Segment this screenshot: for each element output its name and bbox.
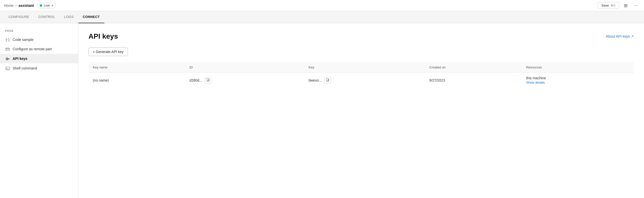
sidebar-item-label-code-sample: Code sample [13,38,34,42]
about-api-keys-label: About API keys [606,34,630,38]
tab-connect[interactable]: CONNECT [78,11,104,23]
home-link[interactable]: Home [4,4,13,8]
tab-configure[interactable]: CONFIGURE [4,11,34,23]
table-row: (no name) d280d... [89,72,634,88]
external-link-icon: ↗ [631,34,634,38]
cell-id: d280d... [185,72,305,88]
page-title: API keys [88,32,118,40]
cell-created-on: 9/27/2023 [425,72,522,88]
save-label: Save [601,4,609,7]
live-chevron-icon: ▾ [52,4,53,7]
col-key: Key [305,62,425,72]
svg-rect-0 [6,48,9,51]
breadcrumb: Home > assistant [4,4,34,8]
about-api-keys-link[interactable]: About API keys ↗ [606,34,634,38]
svg-point-5 [7,58,8,59]
id-value: d280d... [189,78,202,82]
svg-rect-12 [207,79,209,81]
sidebar-item-api-keys[interactable]: API keys [0,54,78,63]
col-key-name: Key name [89,62,186,72]
sidebar-item-code-sample[interactable]: {-} Code sample [0,35,78,44]
sidebar: PAGE {-} Code sample Configure as remote… [0,23,78,198]
show-details-link[interactable]: Show details [526,81,630,84]
current-page: assistant [19,4,34,8]
col-created-on: Created on [425,62,522,72]
shell-command-icon [5,66,10,70]
svg-rect-9 [6,67,9,70]
cell-resources: this machine Show details [522,72,634,88]
copy-key-button[interactable] [324,77,331,84]
content-header: API keys About API keys ↗ [88,32,634,40]
configure-remote-icon [5,47,10,51]
content-area: API keys About API keys ↗ + Generate API… [78,23,644,198]
svg-rect-14 [326,79,328,81]
sidebar-item-label-configure-remote: Configure as remote part [13,47,52,51]
live-dot [40,4,42,7]
svg-point-4 [6,58,8,60]
code-sample-icon: {-} [5,37,10,42]
col-id: ID [185,62,305,72]
generate-btn-label: + Generate API key [93,50,124,54]
chart-icon-button[interactable]: ⊞ [622,2,630,9]
sidebar-item-label-api-keys: API keys [13,57,27,61]
col-resources: Resources [522,62,634,72]
sidebar-item-shell-command[interactable]: Shell command [0,63,78,73]
top-bar: Home > assistant Live ▾ Save ⌘S ⊞ ··· [0,0,644,11]
top-bar-actions: Save ⌘S ⊞ ··· [597,2,640,9]
nav-tabs: CONFIGURE CONTROL LOGS CONNECT [0,11,644,23]
tab-control[interactable]: CONTROL [34,11,60,23]
copy-id-button[interactable] [205,77,211,84]
cell-key-name: (no name) [89,72,186,88]
generate-api-key-button[interactable]: + Generate API key [88,47,128,56]
cell-key: bwexo... [305,72,425,88]
save-button[interactable]: Save ⌘S [597,2,619,9]
key-value: bwexo... [309,78,322,82]
sidebar-section-label: PAGE [0,29,78,35]
api-keys-table: Key name ID Key Created on Resources (no… [88,62,634,88]
main-layout: PAGE {-} Code sample Configure as remote… [0,23,644,198]
save-shortcut: ⌘S [610,4,615,7]
sidebar-item-configure-remote[interactable]: Configure as remote part [0,44,78,54]
resources-machine: this machine [526,76,630,80]
live-label: Live [44,4,50,7]
more-options-button[interactable]: ··· [632,2,640,9]
live-badge-button[interactable]: Live ▾ [37,3,56,8]
api-keys-icon [5,56,10,61]
sidebar-item-label-shell-command: Shell command [13,66,37,70]
breadcrumb-sep: > [15,4,17,8]
tab-logs[interactable]: LOGS [60,11,78,23]
